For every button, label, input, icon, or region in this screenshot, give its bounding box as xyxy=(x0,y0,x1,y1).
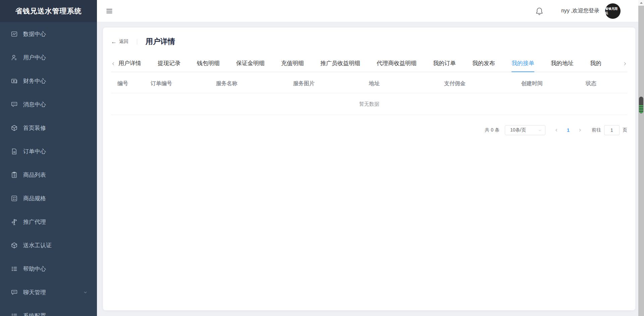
scrollbar-track[interactable] xyxy=(638,0,644,316)
back-label: 返回 xyxy=(119,39,128,45)
list-icon xyxy=(11,312,18,316)
tabs-bar: 用户详情提现记录钱包明细保证金明细充值明细推广员收益明细代理商收益明细我的订单我… xyxy=(111,55,627,72)
tab-promoter-income[interactable]: 推广员收益明细 xyxy=(320,55,360,72)
page-title: 用户详情 xyxy=(146,37,175,47)
vertical-divider xyxy=(137,39,137,45)
goto-unit: 页 xyxy=(623,127,627,133)
finance-icon xyxy=(11,77,18,85)
message-icon xyxy=(11,101,18,108)
sidebar-item-data-center[interactable]: 数据中心 xyxy=(0,22,97,46)
column-header: 创建时间 xyxy=(503,80,560,87)
empty-text: 暂无数据 xyxy=(359,101,379,107)
clipboard-icon xyxy=(11,171,18,178)
table-header-row: 编号订单编号服务名称服务图片地址支付佣金创建时间状态 xyxy=(111,74,627,93)
tabs-list: 用户详情提现记录钱包明细保证金明细充值明细推广员收益明细代理商收益明细我的订单我… xyxy=(118,55,623,72)
column-header: 支付佣金 xyxy=(406,80,503,87)
page-size-select[interactable]: 10条/页 xyxy=(505,125,545,135)
content-card: ← 返回 用户详情 用户详情提现记录钱包明细保证金明细充值明细推广员收益明细代理… xyxy=(103,28,635,310)
app-title: 省钱兄送水管理系统 xyxy=(0,0,97,22)
notification-bell-icon[interactable] xyxy=(535,7,544,15)
sidebar-item-product-list[interactable]: 商品列表 xyxy=(0,163,97,187)
user-icon xyxy=(11,54,18,61)
page-size-value: 10条/页 xyxy=(510,127,526,133)
tab-wallet-detail[interactable]: 钱包明细 xyxy=(197,55,220,72)
topbar: nyy ,欢迎您登录 省钱兄陪玩 xyxy=(97,0,644,22)
pagination-total: 共 0 条 xyxy=(485,127,499,133)
tab-withdraw-records[interactable]: 提现记录 xyxy=(158,55,180,72)
tab-my-accepted-orders[interactable]: 我的接单 xyxy=(512,55,534,72)
tab-my-orders[interactable]: 我的订单 xyxy=(433,55,456,72)
scrollbar-up-arrow[interactable] xyxy=(638,0,644,6)
order-doc-icon xyxy=(11,148,18,155)
goto-label: 前往 xyxy=(592,127,601,133)
column-header: 订单编号 xyxy=(135,80,188,87)
tab-my-address[interactable]: 我的地址 xyxy=(551,55,574,72)
avatar[interactable]: 省钱兄陪玩 xyxy=(605,3,621,19)
sidebar-item-water-worker-cert[interactable]: 送水工认证 xyxy=(0,233,97,257)
page-number-1[interactable]: 1 xyxy=(563,127,574,133)
sidebar-item-product-spec[interactable]: 商品规格 xyxy=(0,187,97,210)
scrollbar-thumb-marks xyxy=(639,105,643,113)
prev-page-icon[interactable] xyxy=(554,128,558,132)
scrollbar-thumb[interactable] xyxy=(639,97,643,113)
sidebar-item-finance-center[interactable]: 财务中心 xyxy=(0,69,97,93)
user-greeting: nyy ,欢迎您登录 xyxy=(561,7,599,14)
column-header: 编号 xyxy=(111,80,135,87)
content: ← 返回 用户详情 用户详情提现记录钱包明细保证金明细充值明细推广员收益明细代理… xyxy=(97,22,644,316)
goto-page-input[interactable] xyxy=(604,125,620,135)
goto-page: 前往 页 xyxy=(592,125,627,135)
tab-agent-income[interactable]: 代理商收益明细 xyxy=(377,55,417,72)
table-empty-row: 暂无数据 xyxy=(111,93,627,115)
topbar-right: nyy ,欢迎您登录 省钱兄陪玩 xyxy=(535,3,621,19)
sidebar-item-user-center[interactable]: 用户中心 xyxy=(0,46,97,69)
sidebar-item-message-center[interactable]: 消息中心 xyxy=(0,93,97,116)
column-header: 地址 xyxy=(342,80,406,87)
arrow-left-icon: ← xyxy=(111,39,117,45)
column-header: 服务名称 xyxy=(188,80,265,87)
app-root: 省钱兄送水管理系统 数据中心 用户中心 财务中心 消息中心 首页装修 订单中心 … xyxy=(0,0,644,316)
spec-icon xyxy=(11,195,18,202)
main-area: nyy ,欢迎您登录 省钱兄陪玩 ← 返回 用户详情 xyxy=(97,0,644,316)
chat-icon xyxy=(11,289,18,296)
page-header: ← 返回 用户详情 xyxy=(111,35,627,48)
next-page-icon[interactable] xyxy=(578,128,582,132)
tab-deposit-detail[interactable]: 保证金明细 xyxy=(236,55,265,72)
hamburger-menu-icon[interactable] xyxy=(106,7,113,15)
tabs-scroll-right-icon[interactable] xyxy=(623,61,627,66)
sidebar-item-order-center[interactable]: 订单中心 xyxy=(0,140,97,163)
column-header: 状态 xyxy=(560,80,622,87)
sidebar-item-chat-management[interactable]: 聊天管理 xyxy=(0,280,97,304)
tab-recharge-detail[interactable]: 充值明细 xyxy=(281,55,304,72)
tab-my-posts[interactable]: 我的发布 xyxy=(472,55,495,72)
sidebar-item-help-center[interactable]: 帮助中心 xyxy=(0,257,97,280)
list-icon xyxy=(11,265,18,272)
sidebar-item-promotion-agent[interactable]: 推广代理 xyxy=(0,210,97,233)
tabs-scroll-left-icon[interactable] xyxy=(111,61,116,66)
sidebar-menu: 数据中心 用户中心 财务中心 消息中心 首页装修 订单中心 商品列表 商品规格 … xyxy=(0,22,97,316)
tab-my-more[interactable]: 我的 xyxy=(590,55,604,72)
back-button[interactable]: ← 返回 xyxy=(111,39,128,45)
data-chart-icon xyxy=(11,31,18,38)
pagination: 共 0 条 10条/页 1 xyxy=(111,125,627,135)
sidebar-item-home-decoration[interactable]: 首页装修 xyxy=(0,116,97,140)
chevron-down-icon xyxy=(538,128,542,132)
pager: 1 xyxy=(550,127,586,133)
sidebar: 省钱兄送水管理系统 数据中心 用户中心 财务中心 消息中心 首页装修 订单中心 … xyxy=(0,0,97,316)
sidebar-item-system-config[interactable]: 系统配置 xyxy=(0,304,97,316)
cube-icon xyxy=(11,124,18,131)
column-header: 服务图片 xyxy=(265,80,342,87)
tab-user-detail[interactable]: 用户详情 xyxy=(118,55,141,72)
promotion-icon xyxy=(11,218,18,225)
cube-icon xyxy=(11,242,18,249)
chevron-down-icon xyxy=(83,290,88,295)
